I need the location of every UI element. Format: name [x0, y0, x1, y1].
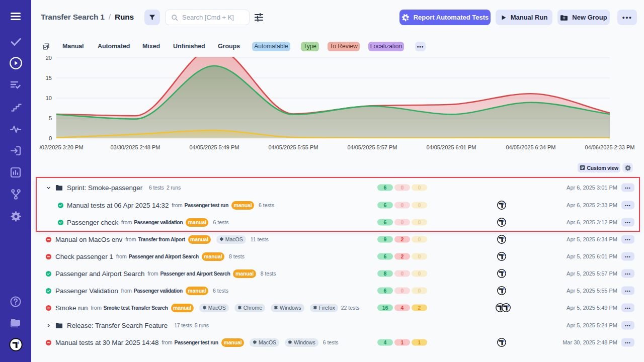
svg-text:04/05/2025 6:34 PM: 04/05/2025 6:34 PM	[506, 144, 555, 150]
svg-text:04/05/2025 5:57 PM: 04/05/2025 5:57 PM	[347, 144, 397, 150]
svg-text:04/05/2025 5:55 PM: 04/05/2025 5:55 PM	[268, 144, 318, 150]
svg-text:04/06/2025 2:33 PM: 04/06/2025 2:33 PM	[585, 144, 634, 150]
svg-text:15: 15	[46, 75, 52, 81]
svg-text:0: 0	[49, 135, 52, 141]
svg-text:04/05/2025 6:01 PM: 04/05/2025 6:01 PM	[426, 144, 476, 150]
svg-text:10: 10	[46, 95, 52, 101]
svg-text:04/02/2025 3:20 PM: 04/02/2025 3:20 PM	[39, 144, 84, 150]
svg-text:5: 5	[49, 115, 52, 121]
svg-text:03/30/2025 2:48 PM: 03/30/2025 2:48 PM	[110, 144, 160, 150]
svg-text:04/05/2025 5:49 PM: 04/05/2025 5:49 PM	[189, 144, 239, 150]
